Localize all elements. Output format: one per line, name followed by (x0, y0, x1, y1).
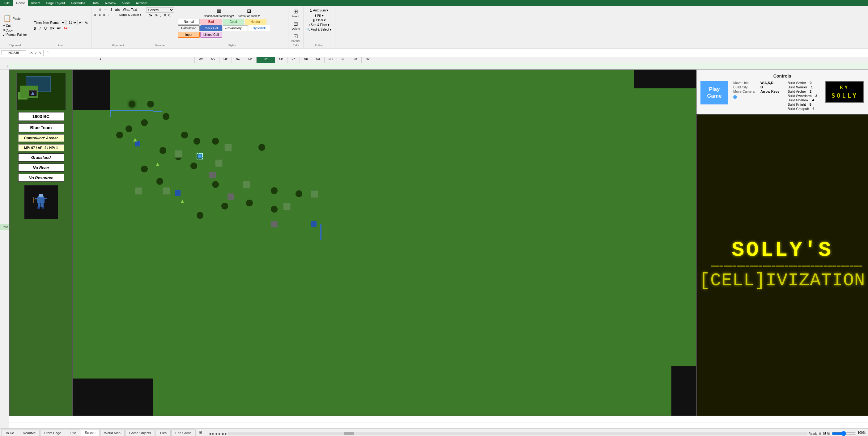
col-header-ng[interactable]: NG (312, 57, 324, 63)
style-explanatory[interactable]: Explanatory ... (223, 25, 248, 31)
decrease-font-icon[interactable]: A↓ (84, 21, 89, 25)
col-header-nh[interactable]: NH (324, 57, 337, 63)
confirm-formula-icon[interactable]: ✓ (34, 51, 37, 55)
team-box[interactable]: Blue Team (18, 123, 64, 132)
tab-tiles[interactable]: Tiles (155, 430, 170, 436)
cancel-formula-icon[interactable]: ✕ (30, 51, 33, 55)
scroll-left-btn[interactable]: ◀◀ (209, 432, 214, 435)
cut-button[interactable]: ✂ Cut (2, 24, 28, 28)
increase-font-icon[interactable]: A↑ (78, 21, 84, 25)
style-normal[interactable]: Normal (178, 19, 200, 25)
delete-button[interactable]: ⊟ Delete (290, 20, 301, 31)
format-button[interactable]: ⊡ Format (290, 32, 302, 43)
font-color-icon[interactable]: A▾ (62, 26, 68, 31)
find-select-button[interactable]: 🔍 Find & Select▼ (305, 28, 333, 32)
tab-review[interactable]: Review (102, 0, 119, 6)
cell-reference-box[interactable] (1, 50, 26, 55)
align-middle-icon[interactable]: ↔ (103, 7, 108, 12)
col-header-nk[interactable]: NK (362, 57, 374, 63)
tab-page-layout[interactable]: Page Layout (43, 0, 68, 6)
tab-file[interactable]: File (1, 0, 13, 6)
game-map-area[interactable] (73, 69, 696, 416)
tab-world-map[interactable]: World Map (100, 430, 125, 436)
align-bottom-icon[interactable]: ⬇ (109, 7, 114, 12)
decrease-indent-icon[interactable]: ← (106, 13, 112, 17)
bold-button[interactable]: B (32, 26, 37, 31)
number-format-select[interactable]: General Number Currency (146, 7, 174, 13)
conditional-formatting-button[interactable]: ▦ Conditional Formatting▼ (203, 7, 236, 18)
sort-filter-button[interactable]: ↕ Sort & Filter▼ (308, 23, 331, 27)
fill-button[interactable]: ⬇ Fill▼ (313, 13, 325, 18)
merge-center-button[interactable]: Merge & Center ▾ (118, 13, 142, 17)
col-header-my[interactable]: MY (207, 57, 219, 63)
col-header-mz[interactable]: MZ (219, 57, 232, 63)
style-check-cell[interactable]: Check Cell (200, 25, 222, 31)
paste-button[interactable]: 📋 Paste (2, 14, 28, 23)
col-header-nc[interactable]: NC (256, 57, 275, 63)
tab-formulas[interactable]: Formulas (68, 0, 88, 6)
text-direction-icon[interactable]: ab↓ (114, 7, 122, 12)
style-hyperlink[interactable]: Hyperlink (249, 25, 270, 31)
scroll-right-btn[interactable]: ▶▶ (222, 432, 227, 435)
fill-color-icon[interactable]: A▾ (56, 26, 62, 31)
increase-indent-icon[interactable]: → (113, 13, 118, 17)
format-painter-button[interactable]: 🖌 Format Painter (2, 33, 28, 37)
scroll-next-btn[interactable]: ▶ (219, 432, 221, 435)
tab-home[interactable]: Home (13, 0, 28, 6)
style-neutral[interactable]: Neutral (245, 19, 267, 25)
normal-view-btn[interactable]: ⊞ (818, 431, 822, 436)
style-linked-cell[interactable]: Linked Cell (200, 32, 222, 38)
wrap-text-button[interactable]: Wrap Text (122, 7, 138, 12)
decrease-decimal-icon[interactable]: 0. (167, 13, 172, 17)
clear-button[interactable]: 🗑 Clear▼ (311, 18, 328, 22)
percent-icon[interactable]: % (154, 13, 159, 17)
page-layout-btn[interactable]: ⊡ (823, 431, 826, 436)
zoom-slider[interactable] (832, 431, 856, 436)
page-break-btn[interactable]: ⊟ (827, 431, 830, 436)
play-game-button[interactable]: PlayGame (701, 81, 728, 104)
currency-icon[interactable]: $▾ (148, 13, 153, 17)
formula-input[interactable] (45, 51, 867, 55)
col-header-ne[interactable]: NE (287, 57, 300, 63)
tab-title[interactable]: Title (66, 430, 80, 436)
col-header-nj[interactable]: NJ (349, 57, 362, 63)
borders-icon[interactable]: ⊞▾ (49, 26, 55, 31)
italic-button[interactable]: I (38, 26, 42, 31)
scrollbar-thumb[interactable] (344, 432, 353, 435)
increase-decimal-icon[interactable]: .0 (162, 13, 166, 17)
comma-icon[interactable]: , (159, 13, 162, 17)
tab-insert[interactable]: Insert (28, 0, 43, 6)
insert-button[interactable]: ⊞ Insert (291, 7, 301, 19)
font-size-select[interactable]: 11 (66, 20, 78, 25)
insert-function-icon[interactable]: fx (39, 51, 41, 55)
year-box[interactable]: 1903 BC (18, 112, 64, 121)
font-name-select[interactable]: Times New Roman (32, 20, 66, 25)
format-as-table-button[interactable]: ⊞ Format as Table▼ (237, 7, 261, 18)
underline-button[interactable]: U (43, 26, 48, 31)
col-header-mx[interactable]: MX (195, 57, 207, 63)
copy-button[interactable]: ⧉ Copy (2, 28, 28, 32)
col-header-ni[interactable]: NI (337, 57, 349, 63)
tab-acrobat[interactable]: Acrobat (133, 0, 151, 6)
align-top-icon[interactable]: ⬆ (98, 7, 102, 12)
col-header-nd[interactable]: ND (275, 57, 287, 63)
scroll-prev-btn[interactable]: ◀ (215, 432, 217, 435)
col-header-na[interactable]: NA (232, 57, 244, 63)
col-header-nb[interactable]: NB (244, 57, 256, 63)
col-header-nf[interactable]: NF (300, 57, 312, 63)
tab-screen[interactable]: Screen (81, 429, 99, 436)
tab-end-game[interactable]: End Game (171, 430, 196, 436)
tab-to-do[interactable]: To Do (1, 430, 18, 436)
align-center-icon[interactable]: ≡ (98, 13, 101, 17)
tab-readme[interactable]: ReadMe (19, 430, 40, 436)
tab-view[interactable]: View (119, 0, 133, 6)
controlling-box[interactable]: Controlling: Archer (18, 134, 64, 142)
style-calculation[interactable]: Calculation (178, 25, 200, 31)
style-good[interactable]: Good (223, 19, 244, 25)
tab-game-objects[interactable]: Game Objects (125, 430, 155, 436)
tab-data[interactable]: Data (88, 0, 102, 6)
style-input[interactable]: Input (178, 32, 200, 38)
tab-front-page[interactable]: Front Page (40, 430, 65, 436)
align-left-icon[interactable]: ≡ (93, 13, 97, 17)
add-sheet-button[interactable]: ⊕ (196, 429, 205, 436)
